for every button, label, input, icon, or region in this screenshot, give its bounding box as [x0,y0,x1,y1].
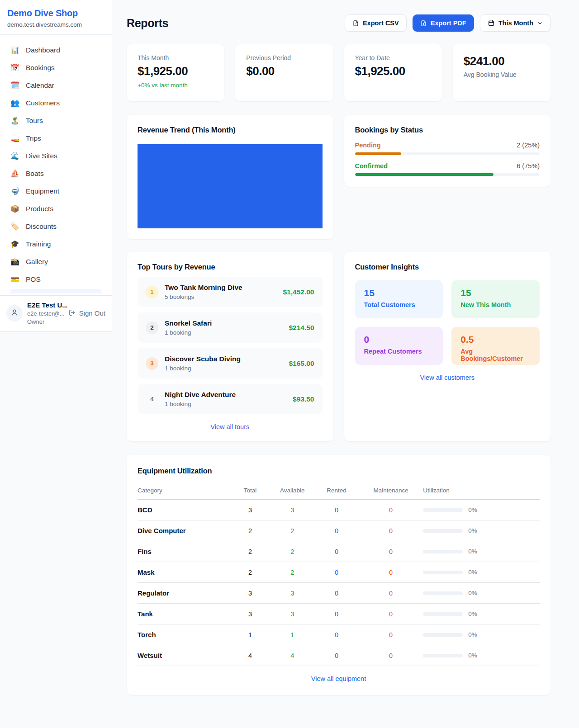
equipment-rented: 0 [314,541,359,562]
sign-out-button[interactable]: Sign Out [68,309,105,318]
equipment-available: 3 [270,500,314,520]
sidebar-nav-item[interactable]: 💳 POS [5,270,106,288]
utilization-percent: 0% [468,506,477,513]
equipment-total: 1 [230,624,270,645]
sidebar-nav-item[interactable]: 📸 Gallery [5,253,106,270]
nav-item-icon: 📅 [10,63,20,72]
equipment-row: BCD 3 3 0 0 0% [138,500,540,520]
equipment-rented: 0 [314,645,359,666]
export-csv-button[interactable]: Export CSV [345,14,407,32]
insight-label: New This Month [460,301,531,308]
stat-value: $0.00 [246,64,322,78]
tour-name: Two Tank Morning Dive [165,284,283,292]
export-pdf-label: Export PDF [431,19,466,27]
sidebar-nav-item[interactable]: 📦 Products [5,200,106,217]
equipment-row: Tank 3 3 0 0 0% [138,604,540,624]
equipment-total: 2 [230,520,270,541]
nav-item-label: Calendar [26,81,54,90]
tour-revenue: $214.50 [289,324,314,332]
status-bar-fill [355,152,401,155]
sidebar-nav-item[interactable]: ⛵ Boats [5,165,106,182]
nav-item-label: Tours [26,117,43,125]
stat-label: Year to Date [355,54,431,61]
equipment-category: Regulator [138,583,230,604]
equipment-total: 3 [230,583,270,604]
equipment-total: 2 [230,541,270,562]
view-all-tours-link[interactable]: View all tours [138,423,323,430]
col-category: Category [138,483,230,500]
equipment-utilization-card: Equipment Utilization Category Total Ava… [127,455,551,695]
insight-tile: 0 Repeat Customers [355,327,443,365]
nav-item-label: Trips [26,134,41,142]
utilization-bar-track [423,612,463,616]
file-icon [352,20,359,27]
bookings-by-status-title: Bookings by Status [355,126,540,134]
calendar-icon [488,19,495,27]
equipment-maintenance: 0 [359,562,423,583]
nav-item-icon: 🏝️ [10,116,20,125]
user-email: e2e-tester@... [27,310,66,317]
equipment-rented: 0 [314,583,359,604]
tour-name: Night Dive Adventure [165,391,293,399]
equipment-maintenance: 0 [359,645,423,666]
utilization-percent: 0% [468,652,477,659]
utilization-percent: 0% [468,548,477,555]
sidebar: Demo Dive Shop demo.test.divestreams.com… [0,0,112,332]
equipment-table: Category Total Available Rented Maintena… [138,483,540,666]
period-label: This Month [498,19,533,27]
tour-name: Discover Scuba Diving [165,355,289,363]
export-pdf-button[interactable]: Export PDF [413,14,474,32]
tour-revenue: $1,452.00 [283,288,314,296]
tour-rank-badge: 2 [146,321,158,334]
equipment-category: Wetsuit [138,645,230,666]
equipment-available: 1 [270,624,314,645]
insight-value: 15 [364,288,434,298]
tour-rank-badge: 3 [146,357,158,370]
sidebar-nav-item[interactable]: 🏝️ Tours [5,112,106,129]
view-all-equipment-link[interactable]: View all equipment [138,675,540,682]
sign-out-icon [68,309,76,318]
person-icon [10,308,19,318]
sidebar-nav-item[interactable]: 🤿 Equipment [5,182,106,200]
period-dropdown[interactable]: This Month [480,14,551,32]
utilization-cell: 0% [423,652,540,659]
sidebar-nav-item[interactable]: 📊 Dashboard [5,41,106,59]
utilization-percent: 0% [468,590,477,596]
equipment-available: 3 [270,583,314,604]
tour-row: 1 Two Tank Morning Dive 5 bookings $1,45… [138,277,323,307]
nav-item-icon: 📦 [10,204,20,213]
equipment-rented: 0 [314,604,359,624]
tour-rank-badge: 1 [146,286,158,298]
page-title: Reports [127,17,168,30]
nav-item-icon: 📸 [10,257,20,266]
insight-label: Avg Bookings/Customer [460,348,531,362]
view-all-customers-link[interactable]: View all customers [355,374,540,381]
nav-item-label: Dashboard [26,46,60,54]
nav-item-icon: 📊 [10,46,20,54]
sidebar-nav-item[interactable]: 🚤 Trips [5,129,106,147]
equipment-row: Fins 2 2 0 0 0% [138,541,540,562]
insight-tile: 15 New This Month [451,280,540,318]
equipment-table-header: Category Total Available Rented Maintena… [138,483,540,500]
sidebar-user-footer: E2E Test U... e2e-tester@... Owner Sign … [0,295,112,331]
shop-name[interactable]: Demo Dive Shop [7,8,104,19]
equipment-maintenance: 0 [359,624,423,645]
sidebar-nav-item[interactable]: 🗓️ Calendar [5,76,106,94]
top-tours-card: Top Tours by Revenue 1 Two Tank Morning … [127,252,333,441]
utilization-cell: 0% [423,569,540,576]
equipment-maintenance: 0 [359,583,423,604]
equipment-row: Mask 2 2 0 0 0% [138,562,540,583]
equipment-utilization-title: Equipment Utilization [138,467,540,475]
customer-insights-title: Customer Insights [355,263,540,271]
nav-item-icon: 👥 [10,99,20,107]
user-role: Owner [27,318,66,325]
equipment-category: Tank [138,604,230,624]
sidebar-nav-item[interactable]: 👥 Customers [5,94,106,112]
status-label: Confirmed [355,162,388,170]
sidebar-nav-item[interactable]: 🏷️ Discounts [5,217,106,235]
stat-card: Year to Date $1,925.00 [344,44,442,101]
sidebar-nav-item[interactable]: 📅 Bookings [5,59,106,76]
insight-value: 15 [460,288,531,298]
sidebar-nav-item[interactable]: 🎓 Training [5,235,106,253]
sidebar-nav-item[interactable]: 🌊 Dive Sites [5,147,106,165]
